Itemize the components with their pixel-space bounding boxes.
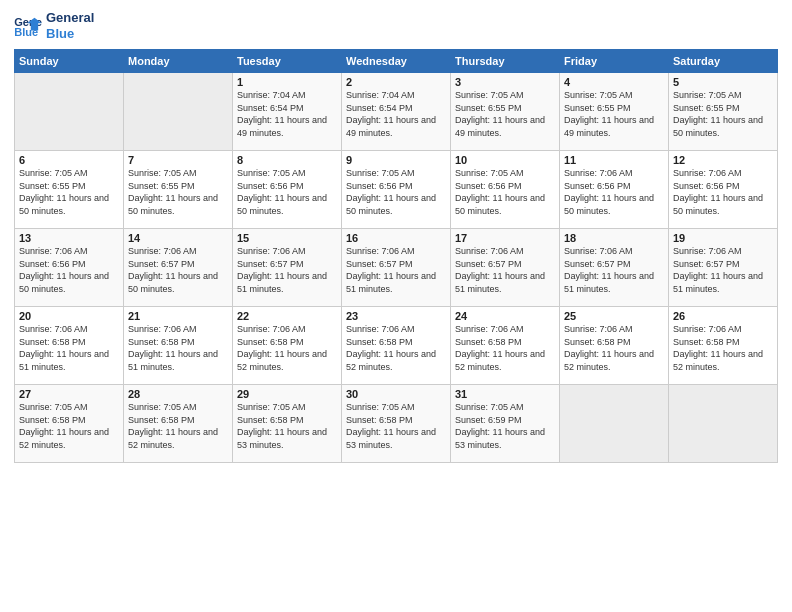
calendar-cell: 15Sunrise: 7:06 AMSunset: 6:57 PMDayligh… bbox=[233, 229, 342, 307]
day-number: 29 bbox=[237, 388, 337, 400]
day-header-saturday: Saturday bbox=[669, 50, 778, 73]
calendar-cell: 9Sunrise: 7:05 AMSunset: 6:56 PMDaylight… bbox=[342, 151, 451, 229]
cell-details: Sunrise: 7:06 AMSunset: 6:57 PMDaylight:… bbox=[128, 245, 228, 295]
day-number: 10 bbox=[455, 154, 555, 166]
day-number: 22 bbox=[237, 310, 337, 322]
calendar-cell: 26Sunrise: 7:06 AMSunset: 6:58 PMDayligh… bbox=[669, 307, 778, 385]
calendar-cell: 29Sunrise: 7:05 AMSunset: 6:58 PMDayligh… bbox=[233, 385, 342, 463]
calendar-cell: 5Sunrise: 7:05 AMSunset: 6:55 PMDaylight… bbox=[669, 73, 778, 151]
cell-details: Sunrise: 7:05 AMSunset: 6:55 PMDaylight:… bbox=[564, 89, 664, 139]
day-header-thursday: Thursday bbox=[451, 50, 560, 73]
calendar-cell: 27Sunrise: 7:05 AMSunset: 6:58 PMDayligh… bbox=[15, 385, 124, 463]
day-number: 27 bbox=[19, 388, 119, 400]
day-number: 28 bbox=[128, 388, 228, 400]
week-row-4: 20Sunrise: 7:06 AMSunset: 6:58 PMDayligh… bbox=[15, 307, 778, 385]
calendar-cell: 20Sunrise: 7:06 AMSunset: 6:58 PMDayligh… bbox=[15, 307, 124, 385]
calendar-cell: 14Sunrise: 7:06 AMSunset: 6:57 PMDayligh… bbox=[124, 229, 233, 307]
calendar-cell: 6Sunrise: 7:05 AMSunset: 6:55 PMDaylight… bbox=[15, 151, 124, 229]
calendar-cell: 4Sunrise: 7:05 AMSunset: 6:55 PMDaylight… bbox=[560, 73, 669, 151]
day-number: 18 bbox=[564, 232, 664, 244]
day-number: 15 bbox=[237, 232, 337, 244]
day-number: 4 bbox=[564, 76, 664, 88]
day-header-friday: Friday bbox=[560, 50, 669, 73]
calendar-cell: 18Sunrise: 7:06 AMSunset: 6:57 PMDayligh… bbox=[560, 229, 669, 307]
day-number: 31 bbox=[455, 388, 555, 400]
day-number: 13 bbox=[19, 232, 119, 244]
cell-details: Sunrise: 7:06 AMSunset: 6:57 PMDaylight:… bbox=[673, 245, 773, 295]
logo: General Blue General Blue bbox=[14, 10, 94, 41]
day-number: 3 bbox=[455, 76, 555, 88]
day-number: 1 bbox=[237, 76, 337, 88]
day-number: 14 bbox=[128, 232, 228, 244]
calendar-cell: 1Sunrise: 7:04 AMSunset: 6:54 PMDaylight… bbox=[233, 73, 342, 151]
cell-details: Sunrise: 7:05 AMSunset: 6:56 PMDaylight:… bbox=[346, 167, 446, 217]
calendar-cell: 25Sunrise: 7:06 AMSunset: 6:58 PMDayligh… bbox=[560, 307, 669, 385]
day-number: 20 bbox=[19, 310, 119, 322]
day-number: 26 bbox=[673, 310, 773, 322]
calendar-cell bbox=[560, 385, 669, 463]
cell-details: Sunrise: 7:06 AMSunset: 6:58 PMDaylight:… bbox=[128, 323, 228, 373]
cell-details: Sunrise: 7:06 AMSunset: 6:58 PMDaylight:… bbox=[19, 323, 119, 373]
cell-details: Sunrise: 7:05 AMSunset: 6:56 PMDaylight:… bbox=[237, 167, 337, 217]
day-header-wednesday: Wednesday bbox=[342, 50, 451, 73]
week-row-1: 1Sunrise: 7:04 AMSunset: 6:54 PMDaylight… bbox=[15, 73, 778, 151]
calendar-cell: 13Sunrise: 7:06 AMSunset: 6:56 PMDayligh… bbox=[15, 229, 124, 307]
cell-details: Sunrise: 7:06 AMSunset: 6:58 PMDaylight:… bbox=[673, 323, 773, 373]
cell-details: Sunrise: 7:06 AMSunset: 6:56 PMDaylight:… bbox=[19, 245, 119, 295]
calendar-cell: 2Sunrise: 7:04 AMSunset: 6:54 PMDaylight… bbox=[342, 73, 451, 151]
day-number: 25 bbox=[564, 310, 664, 322]
calendar-cell bbox=[15, 73, 124, 151]
cell-details: Sunrise: 7:04 AMSunset: 6:54 PMDaylight:… bbox=[346, 89, 446, 139]
cell-details: Sunrise: 7:05 AMSunset: 6:55 PMDaylight:… bbox=[19, 167, 119, 217]
calendar-cell: 3Sunrise: 7:05 AMSunset: 6:55 PMDaylight… bbox=[451, 73, 560, 151]
calendar-cell: 24Sunrise: 7:06 AMSunset: 6:58 PMDayligh… bbox=[451, 307, 560, 385]
calendar-cell: 22Sunrise: 7:06 AMSunset: 6:58 PMDayligh… bbox=[233, 307, 342, 385]
calendar-cell: 17Sunrise: 7:06 AMSunset: 6:57 PMDayligh… bbox=[451, 229, 560, 307]
cell-details: Sunrise: 7:05 AMSunset: 6:58 PMDaylight:… bbox=[346, 401, 446, 451]
cell-details: Sunrise: 7:05 AMSunset: 6:56 PMDaylight:… bbox=[455, 167, 555, 217]
cell-details: Sunrise: 7:04 AMSunset: 6:54 PMDaylight:… bbox=[237, 89, 337, 139]
day-number: 6 bbox=[19, 154, 119, 166]
day-number: 16 bbox=[346, 232, 446, 244]
calendar-cell: 31Sunrise: 7:05 AMSunset: 6:59 PMDayligh… bbox=[451, 385, 560, 463]
cell-details: Sunrise: 7:06 AMSunset: 6:57 PMDaylight:… bbox=[455, 245, 555, 295]
day-number: 5 bbox=[673, 76, 773, 88]
day-number: 23 bbox=[346, 310, 446, 322]
logo-icon: General Blue bbox=[14, 14, 42, 38]
cell-details: Sunrise: 7:06 AMSunset: 6:58 PMDaylight:… bbox=[564, 323, 664, 373]
day-number: 24 bbox=[455, 310, 555, 322]
calendar-cell bbox=[669, 385, 778, 463]
calendar-cell: 16Sunrise: 7:06 AMSunset: 6:57 PMDayligh… bbox=[342, 229, 451, 307]
day-header-monday: Monday bbox=[124, 50, 233, 73]
calendar-cell: 23Sunrise: 7:06 AMSunset: 6:58 PMDayligh… bbox=[342, 307, 451, 385]
day-number: 8 bbox=[237, 154, 337, 166]
calendar-cell: 28Sunrise: 7:05 AMSunset: 6:58 PMDayligh… bbox=[124, 385, 233, 463]
day-number: 19 bbox=[673, 232, 773, 244]
day-number: 12 bbox=[673, 154, 773, 166]
cell-details: Sunrise: 7:06 AMSunset: 6:56 PMDaylight:… bbox=[673, 167, 773, 217]
calendar-cell: 10Sunrise: 7:05 AMSunset: 6:56 PMDayligh… bbox=[451, 151, 560, 229]
cell-details: Sunrise: 7:05 AMSunset: 6:55 PMDaylight:… bbox=[455, 89, 555, 139]
cell-details: Sunrise: 7:06 AMSunset: 6:58 PMDaylight:… bbox=[455, 323, 555, 373]
cell-details: Sunrise: 7:06 AMSunset: 6:57 PMDaylight:… bbox=[564, 245, 664, 295]
day-number: 17 bbox=[455, 232, 555, 244]
calendar-cell: 8Sunrise: 7:05 AMSunset: 6:56 PMDaylight… bbox=[233, 151, 342, 229]
calendar-cell: 11Sunrise: 7:06 AMSunset: 6:56 PMDayligh… bbox=[560, 151, 669, 229]
cell-details: Sunrise: 7:06 AMSunset: 6:58 PMDaylight:… bbox=[237, 323, 337, 373]
cell-details: Sunrise: 7:06 AMSunset: 6:57 PMDaylight:… bbox=[346, 245, 446, 295]
calendar-cell bbox=[124, 73, 233, 151]
calendar-table: SundayMondayTuesdayWednesdayThursdayFrid… bbox=[14, 49, 778, 463]
week-row-3: 13Sunrise: 7:06 AMSunset: 6:56 PMDayligh… bbox=[15, 229, 778, 307]
logo-text-general: General bbox=[46, 10, 94, 26]
header: General Blue General Blue bbox=[14, 10, 778, 41]
day-header-tuesday: Tuesday bbox=[233, 50, 342, 73]
calendar-cell: 7Sunrise: 7:05 AMSunset: 6:55 PMDaylight… bbox=[124, 151, 233, 229]
cell-details: Sunrise: 7:06 AMSunset: 6:58 PMDaylight:… bbox=[346, 323, 446, 373]
cell-details: Sunrise: 7:05 AMSunset: 6:59 PMDaylight:… bbox=[455, 401, 555, 451]
cell-details: Sunrise: 7:05 AMSunset: 6:58 PMDaylight:… bbox=[237, 401, 337, 451]
logo-text-blue: Blue bbox=[46, 26, 94, 42]
cell-details: Sunrise: 7:05 AMSunset: 6:55 PMDaylight:… bbox=[128, 167, 228, 217]
cell-details: Sunrise: 7:05 AMSunset: 6:58 PMDaylight:… bbox=[128, 401, 228, 451]
calendar-cell: 12Sunrise: 7:06 AMSunset: 6:56 PMDayligh… bbox=[669, 151, 778, 229]
day-number: 11 bbox=[564, 154, 664, 166]
